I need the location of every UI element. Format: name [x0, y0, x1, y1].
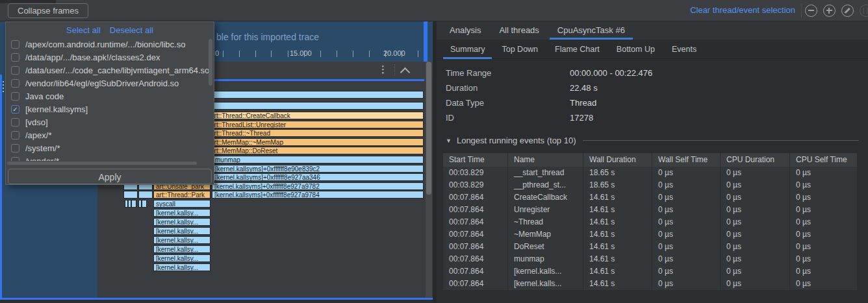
filter-item[interactable]: /data/app/.../base.apk!/classes2.dex: [6, 51, 212, 64]
filter-item[interactable]: ✓[kernel.kallsyms]: [6, 103, 212, 115]
longest-events-header[interactable]: ▼ Longest running events (top 10): [446, 136, 859, 145]
flame-bar[interactable]: [kernel.kallsyms]+0xffffff8e90e839c2: [212, 165, 424, 173]
flame-bar[interactable]: art::Thread::CreateCallback: [208, 112, 424, 119]
track-selection-highlight-bottom: [0, 298, 433, 300]
table-row[interactable]: 00:03.829__start_thread18.65 s0 µs0 µs0 …: [443, 167, 858, 179]
checkbox[interactable]: [11, 79, 19, 88]
filter-item[interactable]: /apex/com.android.runtime/.../bionic/lib…: [6, 38, 212, 51]
flame-bar[interactable]: [kernel.kallsy...: [153, 263, 211, 271]
drag-handle-icon[interactable]: [3, 81, 4, 82]
flame-bar[interactable]: syscall: [153, 200, 211, 208]
subtab-events[interactable]: Events: [663, 40, 705, 59]
table-row[interactable]: 00:07.864~Thread14.61 s0 µs0 µs0 µs: [443, 216, 858, 228]
zoom-to-selection-icon[interactable]: [ ]: [860, 5, 868, 17]
flame-bar[interactable]: [kernel.kallsyms]+0xffffff8e927a9784: [212, 191, 424, 199]
flame-bar[interactable]: [kernel.kallsy...: [153, 245, 211, 253]
table-row[interactable]: 00:07.864Unregister14.61 s0 µs0 µs0 µs: [443, 204, 858, 216]
table-cell: 00:07.864: [443, 216, 508, 228]
filter-item-label: /apex/com.android.runtime/.../bionic/lib…: [25, 40, 185, 49]
column-header[interactable]: Name: [508, 153, 583, 167]
checkbox[interactable]: [11, 66, 19, 75]
clear-thread-event-selection-link[interactable]: Clear thread/event selection: [690, 5, 795, 15]
column-header[interactable]: Wall Self Time: [652, 153, 721, 167]
deselect-all-link[interactable]: Deselect all: [110, 25, 153, 35]
filter-item[interactable]: [vdso]: [6, 115, 212, 128]
section-rule: [583, 140, 860, 141]
subtab-flame-chart[interactable]: Flame Chart: [546, 40, 608, 59]
flame-bar[interactable]: art::Thread::Park: [153, 191, 211, 199]
zoom-in-icon[interactable]: [823, 5, 836, 17]
flame-bar[interactable]: [kernel.kallsyms]+0xffffff8e927a9782: [212, 182, 424, 190]
table-row[interactable]: 00:07.864~MemMap14.61 s0 µs0 µs0 µs: [443, 228, 858, 241]
subtab-summary[interactable]: Summary: [442, 40, 493, 59]
checkbox[interactable]: [11, 131, 19, 139]
subtab-top-down[interactable]: Top Down: [493, 40, 546, 59]
tab-cpuasynctask-6[interactable]: CpuAsyncTask #6: [548, 21, 634, 40]
flame-bar[interactable]: [kernel.kallsy...: [153, 218, 211, 226]
flame-bar[interactable]: [142, 200, 147, 208]
flame-bar[interactable]: [kernel.kallsy...: [153, 254, 211, 262]
checkbox[interactable]: [11, 118, 19, 127]
summary-label: Duration: [446, 83, 570, 93]
flame-bar[interactable]: [131, 200, 136, 208]
table-cell: 0 µs: [721, 216, 790, 228]
table-row[interactable]: 00:07.864[kernel.kalls...14.61 s0 µs0 µs…: [443, 278, 858, 290]
column-header[interactable]: Wall Duration: [583, 153, 652, 167]
table-row[interactable]: 00:07.864munmap14.61 s0 µs0 µs0 µs: [443, 253, 858, 265]
table-row[interactable]: 00:07.864CreateCallback14.61 s0 µs0 µs0 …: [443, 191, 858, 204]
select-all-link[interactable]: Select all: [66, 25, 101, 35]
filter-item[interactable]: /apex/*: [6, 128, 212, 141]
filter-item[interactable]: /vendor/lib64/egl/eglSubDriverAndroid.so: [6, 77, 212, 90]
filter-item[interactable]: /system/*: [6, 141, 212, 154]
flame-bar[interactable]: [kernel.kallsy...: [153, 236, 211, 244]
popup-horizontal-scrollbar[interactable]: [7, 162, 197, 165]
zoom-out-icon[interactable]: [805, 5, 817, 17]
flame-bar[interactable]: [kernel.kallsy...: [153, 227, 211, 235]
flame-bar[interactable]: [kernel.kallsyms]+0xffffff8e927aa346: [212, 173, 424, 181]
checkbox[interactable]: [11, 92, 19, 101]
filter-item[interactable]: Java code: [6, 90, 212, 103]
filter-item[interactable]: /vendor/*: [6, 154, 212, 161]
summary-label: ID: [446, 113, 570, 123]
popup-vertical-scrollbar[interactable]: [209, 39, 212, 86]
flame-bar[interactable]: [kernel.kallsy...: [153, 209, 211, 217]
collapse-triangle-icon[interactable]: ▼: [446, 138, 452, 144]
flame-bar[interactable]: art::MemMap::~MemMap: [208, 138, 424, 146]
table-row[interactable]: 00:07.864[kernel.kalls...14.61 s0 µs0 µs…: [443, 265, 858, 278]
top-toolbar: Collapse frames Clear thread/event selec…: [0, 0, 868, 21]
table-cell: [kernel.kalls...: [508, 265, 583, 278]
flame-scrollbar-thumb[interactable]: [426, 62, 431, 195]
apply-button[interactable]: Apply: [8, 169, 212, 184]
table-cell: 0 µs: [721, 204, 790, 216]
flame-scrollbar[interactable]: [426, 62, 432, 298]
flame-bar[interactable]: [123, 191, 138, 199]
flame-bar[interactable]: art::Thread::~Thread: [208, 129, 424, 137]
collapse-frames-button[interactable]: Collapse frames: [8, 3, 88, 18]
flame-bar[interactable]: art::MemMap::DoReset: [208, 147, 424, 154]
checkbox[interactable]: [11, 144, 19, 152]
tab-all-threads[interactable]: All threads: [490, 21, 548, 40]
column-header[interactable]: CPU Self Time: [790, 153, 858, 167]
subtab-bottom-up[interactable]: Bottom Up: [608, 40, 663, 59]
toolbar-separator: [801, 4, 802, 18]
table-cell: 0 µs: [652, 241, 721, 253]
table-row[interactable]: 00:07.864DoReset14.61 s0 µs0 µs0 µs: [443, 241, 858, 253]
filter-item[interactable]: /data/user/.../code_cache/libjvmtiagent_…: [6, 64, 212, 77]
table-row[interactable]: 00:03.829__pthread_st...18.65 s0 µs0 µs0…: [443, 179, 858, 191]
column-header[interactable]: Start Time: [443, 153, 508, 167]
tab-analysis[interactable]: Analysis: [440, 21, 490, 40]
checkbox[interactable]: [11, 53, 19, 62]
table-cell: 18.65 s: [583, 167, 652, 179]
column-header[interactable]: CPU Duration: [721, 153, 790, 167]
table-cell: 0 µs: [652, 253, 721, 265]
checkbox[interactable]: ✓: [11, 105, 19, 114]
checkbox[interactable]: [11, 157, 19, 162]
flame-bar[interactable]: [138, 191, 153, 199]
reset-zoom-icon[interactable]: [841, 5, 854, 17]
checkbox[interactable]: [11, 40, 19, 49]
flame-bar[interactable]: art::ThreadList::Unregister: [208, 121, 424, 128]
zoom-controls: [ ]: [805, 5, 868, 17]
table-cell: __pthread_st...: [508, 179, 583, 191]
flame-bar[interactable]: munmap: [212, 156, 424, 164]
plus-glyph: [828, 8, 830, 14]
